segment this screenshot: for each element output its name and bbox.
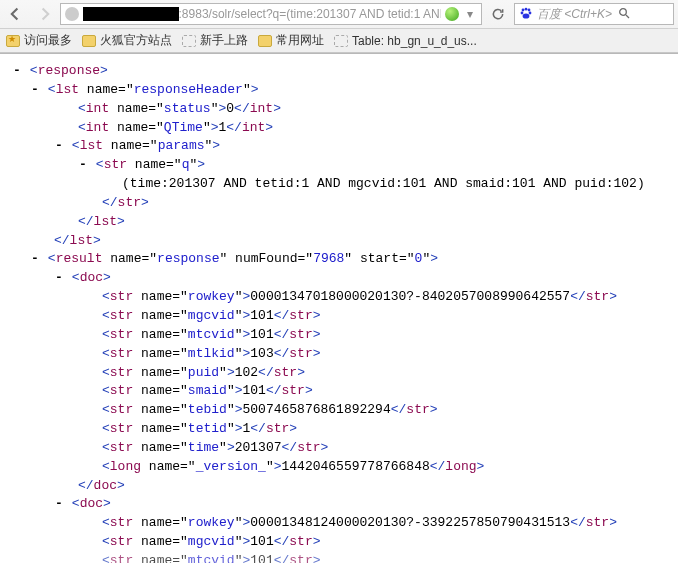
svg-point-5: [523, 13, 530, 18]
xml-node: <int name="status">0</int>: [4, 100, 674, 119]
xml-node: <str name="time">201307</str>: [4, 439, 674, 458]
svg-line-7: [626, 15, 629, 18]
bookmarks-toolbar: 访问最多 火狐官方站点 新手上路 常用网址 Table: hb_gn_u_d_u…: [0, 29, 678, 53]
xml-node: <str name="tetid">1</str>: [4, 420, 674, 439]
collapse-icon[interactable]: -: [30, 81, 40, 100]
svg-point-2: [528, 9, 531, 12]
page-icon: [182, 35, 196, 47]
svg-point-3: [521, 12, 524, 15]
search-input[interactable]: 百度 <Ctrl+K>: [514, 3, 674, 25]
bookmark-firefox[interactable]: 火狐官方站点: [82, 32, 172, 49]
folder-icon: [82, 35, 96, 47]
xml-node: <str name="mtlkid">103</str>: [4, 345, 674, 364]
baidu-icon: [519, 7, 533, 21]
bookmark-most-visited[interactable]: 访问最多: [6, 32, 72, 49]
go-icon[interactable]: [445, 7, 459, 21]
url-dropdown-icon[interactable]: ▾: [463, 7, 477, 21]
address-bar: ███████████:8983/solr/select?q=(time:201…: [0, 0, 678, 29]
xml-text: (time:201307 AND tetid:1 AND mgcvid:101 …: [4, 175, 674, 194]
collapse-icon[interactable]: -: [54, 495, 64, 514]
search-placeholder: 百度 <Ctrl+K>: [537, 6, 612, 23]
folder-icon: [258, 35, 272, 47]
svg-point-4: [529, 12, 532, 15]
collapse-icon[interactable]: -: [30, 250, 40, 269]
xml-node: <str name="mtcvid">101</str>: [4, 552, 674, 563]
svg-point-0: [522, 9, 525, 12]
xml-node: <str name="mgcvid">101</str>: [4, 307, 674, 326]
page-icon: [334, 35, 348, 47]
url-text: ███████████:8983/solr/select?q=(time:201…: [83, 7, 441, 21]
site-icon: [65, 7, 79, 21]
xml-node: <str name="rowkey">00001348124000020130?…: [4, 514, 674, 533]
bookmark-common[interactable]: 常用网址: [258, 32, 324, 49]
xml-node: <str name="puid">102</str>: [4, 364, 674, 383]
xml-node: <str name="tebid">5007465876861892294</s…: [4, 401, 674, 420]
forward-button[interactable]: [32, 3, 56, 25]
search-icon[interactable]: [616, 7, 632, 22]
xml-node: <str name="mgcvid">101</str>: [4, 533, 674, 552]
xml-viewer: - <response> - <lst name="responseHeader…: [0, 54, 678, 563]
collapse-icon[interactable]: -: [78, 156, 88, 175]
xml-node: <str name="mtcvid">101</str>: [4, 326, 674, 345]
url-input[interactable]: ███████████:8983/solr/select?q=(time:201…: [60, 3, 482, 25]
xml-node: <str name="rowkey">00001347018000020130?…: [4, 288, 674, 307]
reload-button[interactable]: [486, 3, 510, 25]
collapse-icon[interactable]: -: [54, 137, 64, 156]
bookmark-getting-started[interactable]: 新手上路: [182, 32, 248, 49]
xml-node: <long name="_version_">14420465597787668…: [4, 458, 674, 477]
svg-point-1: [525, 8, 528, 11]
folder-star-icon: [6, 35, 20, 47]
collapse-icon[interactable]: -: [54, 269, 64, 288]
bookmark-table[interactable]: Table: hb_gn_u_d_us...: [334, 34, 477, 48]
back-button[interactable]: [4, 3, 28, 25]
xml-node: <str name="smaid">101</str>: [4, 382, 674, 401]
collapse-icon[interactable]: -: [12, 62, 22, 81]
svg-point-6: [620, 8, 627, 15]
xml-node: <int name="QTime">1</int>: [4, 119, 674, 138]
